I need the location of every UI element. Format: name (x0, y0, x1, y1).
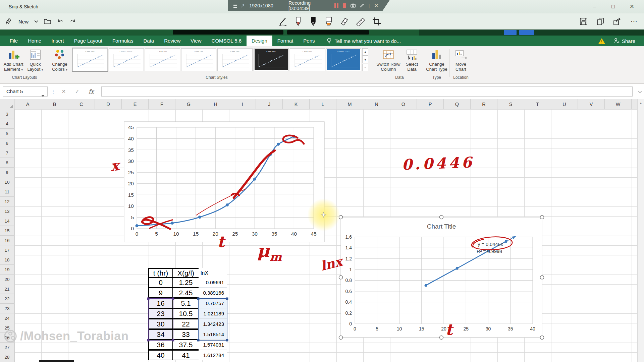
chart-style-thumb-6[interactable]: Chart Title (254, 48, 289, 71)
table-cell-lnx[interactable]: 0.09691 (199, 277, 227, 288)
stop-button[interactable] (343, 3, 346, 8)
row-header-4[interactable]: 4 (0, 119, 14, 129)
table-header-lnx[interactable]: lnX (199, 268, 227, 278)
chart-style-thumb-2[interactable]: CHART TITLE (109, 48, 144, 71)
column-header-C[interactable]: C (68, 99, 95, 109)
chart-style-thumb-1[interactable]: Chart Title (72, 48, 108, 71)
row-header-7[interactable]: 7 (0, 148, 14, 158)
row-header-19[interactable]: 19 (0, 265, 14, 275)
table-cell-t[interactable]: 0 (148, 277, 173, 288)
change-colors-button[interactable]: Change Colors ▾ (49, 48, 70, 72)
recording-close-button[interactable]: ✕ (374, 3, 378, 9)
column-header-I[interactable]: I (229, 99, 256, 109)
row-header-28[interactable]: 28 (0, 352, 14, 362)
maximize-button[interactable]: □ (604, 0, 623, 13)
copy-icon[interactable] (596, 17, 604, 25)
table-cell-x[interactable]: 41 (172, 350, 199, 360)
row-header-18[interactable]: 18 (0, 255, 14, 265)
chart-style-thumb-8[interactable]: CHART TITLE (326, 48, 361, 71)
table-cell-x[interactable]: 1.25 (172, 277, 199, 288)
column-header-R[interactable]: R (471, 99, 497, 109)
table-cell-lnx[interactable]: 1.342423 (199, 319, 227, 329)
gallery-more[interactable]: ≡ (362, 64, 368, 71)
row-header-6[interactable]: 6 (0, 138, 14, 148)
row-header-13[interactable]: 13 (0, 206, 14, 216)
eraser-icon[interactable] (340, 17, 349, 26)
chart-style-thumb-3[interactable]: Chart Title (145, 48, 180, 71)
table-cell-x[interactable]: 10.5 (172, 308, 199, 319)
more-options-icon[interactable]: ⋯ (631, 17, 637, 25)
row-header-23[interactable]: 23 (0, 304, 14, 313)
switch-row-column-button[interactable]: Switch Row/ Column (376, 48, 400, 72)
save-icon[interactable] (580, 17, 588, 25)
tab-comsol-5-6[interactable]: COMSOL 5.6 (207, 36, 247, 46)
chart-style-thumb-7[interactable]: Chart Title (290, 48, 325, 71)
minimize-button[interactable]: – (585, 0, 604, 13)
column-header-F[interactable]: F (149, 99, 175, 109)
tab-view[interactable]: View (185, 36, 206, 46)
camera-button[interactable] (351, 3, 356, 8)
enter-entry-button[interactable]: ✓ (71, 86, 83, 97)
column-header-U[interactable]: U (551, 99, 578, 109)
row-header-16[interactable]: 16 (0, 236, 14, 245)
column-header-W[interactable]: W (605, 99, 632, 109)
tab-design[interactable]: Design (247, 36, 272, 46)
column-header-V[interactable]: V (578, 99, 605, 109)
table-cell-x[interactable]: 22 (172, 319, 199, 329)
insert-function-button[interactable]: fx (85, 86, 97, 97)
row-header-12[interactable]: 12 (0, 197, 14, 206)
row-header-8[interactable]: 8 (0, 158, 14, 168)
column-header-O[interactable]: O (390, 99, 417, 109)
redo-icon[interactable] (69, 18, 76, 24)
tab-formulas[interactable]: Formulas (107, 36, 139, 46)
column-header-P[interactable]: P (417, 99, 444, 109)
row-header-17[interactable]: 17 (0, 245, 14, 255)
table-cell-lnx[interactable]: 1.574031 (199, 340, 227, 350)
row-header-3[interactable]: 3 (0, 109, 14, 119)
quick-layout-button[interactable]: Quick Layout ▾ (25, 48, 46, 72)
gallery-scroll-up[interactable]: ▲ (362, 48, 368, 56)
table-cell-x[interactable]: 5.1 (172, 298, 199, 308)
name-box[interactable]: Chart 5 (3, 86, 48, 97)
row-header-5[interactable]: 5 (0, 129, 14, 138)
table-cell-x[interactable]: 37.5 (172, 340, 199, 350)
chart-style-thumb-5[interactable]: Chart Title (217, 48, 253, 71)
formula-input[interactable] (101, 86, 633, 97)
pen-nib-icon[interactable] (5, 18, 13, 25)
share-icon[interactable] (613, 17, 622, 25)
share-button[interactable]: Share (613, 38, 635, 44)
column-header-K[interactable]: K (283, 99, 310, 109)
open-folder-icon[interactable] (44, 18, 51, 24)
table-cell-x[interactable]: 33 (172, 329, 199, 340)
table-cell-lnx[interactable]: 1.612784 (199, 350, 227, 360)
change-chart-type-button[interactable]: Change Chart Type (425, 48, 448, 72)
column-header-S[interactable]: S (497, 99, 524, 109)
tab-pens[interactable]: Pens (298, 36, 320, 46)
column-header-B[interactable]: B (41, 99, 68, 109)
red-pen-icon[interactable] (294, 16, 302, 26)
tab-format[interactable]: Format (272, 36, 299, 46)
table-cell-t[interactable]: 16 (148, 298, 173, 308)
column-header-H[interactable]: H (202, 99, 229, 109)
column-header-Q[interactable]: Q (444, 99, 471, 109)
column-header-J[interactable]: J (256, 99, 283, 109)
cancel-entry-button[interactable]: ✕ (58, 86, 70, 97)
move-chart-button[interactable]: Move Chart (451, 48, 471, 72)
menu-icon[interactable] (233, 3, 237, 9)
formula-bar-expand-icon[interactable] (638, 88, 642, 95)
column-header-D[interactable]: D (95, 99, 122, 109)
tab-data[interactable]: Data (138, 36, 159, 46)
column-header-L[interactable]: L (310, 99, 336, 109)
pause-button[interactable] (334, 3, 338, 8)
table-cell-t[interactable]: 30 (148, 319, 173, 329)
table-cell-t[interactable]: 40 (148, 350, 173, 360)
select-data-button[interactable]: Select Data (402, 48, 422, 72)
table-cell-t[interactable]: 36 (148, 340, 173, 350)
row-header-15[interactable]: 15 (0, 226, 14, 236)
row-header-22[interactable]: 22 (0, 294, 14, 304)
tab-review[interactable]: Review (159, 36, 185, 46)
crop-icon[interactable] (372, 17, 381, 26)
add-chart-element-button[interactable]: Add Chart Element ▾ (3, 48, 24, 72)
select-all-corner[interactable] (0, 99, 14, 109)
new-dropdown-icon[interactable] (34, 20, 38, 23)
